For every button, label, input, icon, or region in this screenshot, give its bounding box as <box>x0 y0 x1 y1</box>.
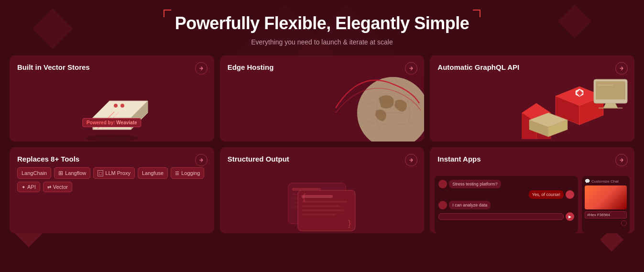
card-vector-stores[interactable]: Built in Vector Stores <box>10 55 214 141</box>
tool-tag-vector: ⇄ Vector <box>43 182 72 192</box>
card-instant-apps[interactable]: Instant Apps Stress testing platform? Ye… <box>430 147 634 233</box>
chat-input-field[interactable] <box>438 213 564 220</box>
card-structured-arrow[interactable] <box>405 154 417 166</box>
chat-bubble-3: I can analyze data <box>449 201 491 209</box>
svg-point-0 <box>114 104 118 108</box>
tool-tag-llm-proxy: □ LLM Proxy <box>93 167 135 179</box>
card-edge-hosting[interactable]: Edge Hosting <box>220 55 425 141</box>
svg-rect-29 <box>302 209 344 211</box>
bracket-top-left <box>164 10 171 17</box>
instant-apps-preview: Stress testing platform? Yes, of course!… <box>435 176 630 233</box>
card-replaces-title: Replaces 8+ Tools <box>17 155 79 163</box>
customize-header: 💬 Customize Chat <box>585 179 627 184</box>
graphql-illustration: ◈ <box>520 70 630 139</box>
svg-text:{: { <box>303 192 306 202</box>
svg-rect-26 <box>302 195 333 198</box>
card-graphql-api[interactable]: Automatic GraphQL API ◈ <box>430 55 634 141</box>
color-swatch[interactable] <box>585 185 627 209</box>
card-vector-stores-title: Built in Vector Stores <box>17 63 90 71</box>
chat-row-right-1: Yes, of course! <box>438 190 574 199</box>
card-replaces-arrow[interactable] <box>195 154 207 166</box>
page-title: Powerfully Flexible, Elegantly Simple <box>175 13 469 33</box>
tool-tag-langchain: LangChain <box>17 167 51 179</box>
chat-preview-panel: Stress testing platform? Yes, of course!… <box>435 176 578 233</box>
chat-avatar-1 <box>438 180 447 188</box>
svg-rect-13 <box>596 81 625 99</box>
weaviate-badge: Powered by: Weaviate <box>82 118 141 127</box>
chat-bubble-1: Stress testing platform? <box>449 180 501 188</box>
chat-message-1: Stress testing platform? <box>438 180 574 188</box>
vector-stores-illustration <box>59 77 164 141</box>
card-instant-apps-title: Instant Apps <box>437 155 480 163</box>
svg-text:}: } <box>348 218 351 228</box>
chat-send-btn[interactable]: ▶ <box>566 212 574 221</box>
color-picker-handle[interactable] <box>621 220 627 226</box>
svg-rect-28 <box>302 205 340 207</box>
svg-text:◈: ◈ <box>576 88 583 97</box>
tool-tag-langflow: ⊞ Langflow <box>54 167 90 179</box>
card-graphql-title: Automatic GraphQL API <box>437 63 519 71</box>
card-instant-apps-arrow[interactable] <box>615 154 628 166</box>
hero-subtitle: Everything you need to launch & iterate … <box>0 38 644 46</box>
feature-cards-grid: Built in Vector Stores <box>0 55 644 243</box>
tool-tag-logging: ☰ Logging <box>171 167 204 179</box>
svg-point-5 <box>86 134 138 141</box>
chat-message-3: I can analyze data <box>438 201 574 209</box>
customize-panel: 💬 Customize Chat #Hex F36564 <box>582 176 630 233</box>
svg-point-1 <box>120 104 124 108</box>
svg-rect-27 <box>302 201 347 203</box>
hex-input[interactable]: #Hex F36564 <box>585 211 627 218</box>
chat-avatar-2 <box>566 190 574 199</box>
chat-bubble-right-1: Yes, of course! <box>529 190 564 199</box>
chat-avatar-3 <box>438 201 447 209</box>
card-vector-stores-arrow[interactable] <box>195 62 207 75</box>
card-replaces-tools[interactable]: Replaces 8+ Tools LangChain ⊞ Langflow □… <box>10 147 214 233</box>
card-structured-output[interactable]: Structured Output { } <box>220 147 425 233</box>
edge-hosting-globe <box>331 65 424 141</box>
hero-section: Powerfully Flexible, Elegantly Simple Ev… <box>0 0 644 55</box>
card-structured-title: Structured Output <box>228 155 289 163</box>
tools-tags-container: LangChain ⊞ Langflow □ LLM Proxy Langfus… <box>17 167 207 192</box>
bracket-top-right <box>473 10 480 17</box>
tool-tag-langfuse: Langfuse <box>138 167 168 179</box>
tool-tag-api: ✦ API <box>17 182 40 192</box>
chat-input-row: ▶ <box>438 212 574 221</box>
card-graphql-arrow[interactable] <box>615 62 628 75</box>
structured-output-illustration: { } <box>274 176 370 233</box>
card-edge-hosting-title: Edge Hosting <box>228 63 274 71</box>
svg-rect-30 <box>302 214 336 216</box>
